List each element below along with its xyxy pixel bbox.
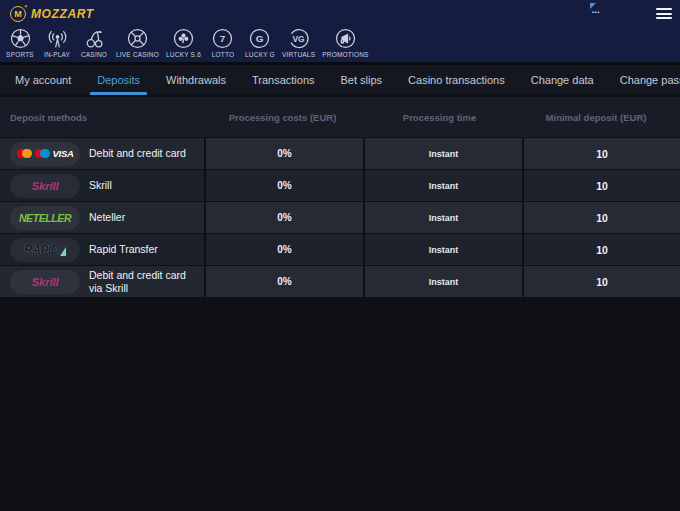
col-processing-costs: Processing costs (EUR) bbox=[204, 112, 361, 123]
table-row: Skrill Skrill 0% Instant 10 bbox=[0, 170, 680, 201]
table-row: Skrill Debit and credit card via Skrill … bbox=[0, 266, 680, 297]
neteller-badge: NETELLER bbox=[10, 206, 80, 230]
mozzart-logo-icon: M bbox=[10, 6, 26, 22]
minimal-deposit-cell: 10 bbox=[524, 234, 680, 265]
deposit-method-cell: NETELLER Neteller bbox=[0, 202, 204, 233]
mastercard-icon bbox=[17, 149, 32, 159]
nav-label: LOTTO bbox=[212, 51, 235, 58]
nav-label: PROMOTIONS bbox=[322, 51, 368, 58]
neteller-logo: NETELLER bbox=[19, 212, 71, 224]
lucky-g-text: G bbox=[256, 33, 264, 44]
deposit-method-cell: Skrill Debit and credit card via Skrill bbox=[0, 266, 204, 297]
deposit-method-label: Debit and credit card bbox=[89, 147, 186, 159]
rapid-triangle-icon bbox=[60, 247, 66, 256]
deposit-method-cell: Skrill Skrill bbox=[0, 170, 204, 201]
skrill-logo: Skrill bbox=[32, 276, 59, 288]
nav-item-in-play[interactable]: IN-PLAY bbox=[42, 27, 72, 58]
nav-label: LIVE CASINO bbox=[116, 51, 159, 58]
hamburger-menu-icon[interactable] bbox=[656, 8, 672, 19]
app: M MOZZART ••• SPOR bbox=[0, 0, 680, 511]
processing-cost-cell: 0% bbox=[206, 234, 363, 265]
top-actions: ••• bbox=[589, 6, 672, 21]
nav-label: IN-PLAY bbox=[44, 51, 70, 58]
account-tabs: My account Deposits Withdrawals Transact… bbox=[0, 62, 680, 95]
content: Deposit methods Processing costs (EUR) P… bbox=[0, 95, 680, 511]
deposit-method-label: Debit and credit card via Skrill bbox=[89, 269, 197, 293]
rapid-logo: RAPID bbox=[24, 243, 66, 257]
tab-casino-transactions[interactable]: Casino transactions bbox=[395, 65, 518, 95]
table-row: VISA Debit and credit card 0% Instant 10 bbox=[0, 138, 680, 169]
nav-label: SPORTS bbox=[6, 51, 34, 58]
deposit-method-cell: VISA Debit and credit card bbox=[0, 138, 204, 169]
nav-label: CASINO bbox=[81, 51, 107, 58]
virtuals-vg-text: VG bbox=[293, 34, 305, 44]
minimal-deposit-cell: 10 bbox=[524, 202, 680, 233]
lucky-g-icon: G bbox=[248, 27, 271, 50]
maestro-icon bbox=[35, 149, 50, 159]
col-deposit-methods: Deposit methods bbox=[0, 112, 204, 123]
nav-item-sports[interactable]: SPORTS bbox=[5, 27, 35, 58]
tab-bet-slips[interactable]: Bet slips bbox=[328, 65, 396, 95]
table-row: NETELLER Neteller 0% Instant 10 bbox=[0, 202, 680, 233]
lotto-7-icon: 7 bbox=[211, 27, 234, 50]
megaphone-icon bbox=[334, 27, 357, 50]
col-processing-time: Processing time bbox=[361, 112, 518, 123]
nav-item-lotto[interactable]: 7 LOTTO bbox=[208, 27, 238, 58]
nav-label: LUCKY S.6 bbox=[166, 51, 201, 58]
nav-label: LUCKY G bbox=[245, 51, 275, 58]
nav-item-virtuals[interactable]: VG PROMOTIONS VIRTUALS bbox=[282, 27, 315, 58]
nav-item-casino[interactable]: CASINO bbox=[79, 27, 109, 58]
skrill-logo: Skrill bbox=[32, 180, 59, 192]
table-header: Deposit methods Processing costs (EUR) P… bbox=[0, 97, 680, 137]
processing-time-cell: Instant bbox=[365, 202, 522, 233]
virtuals-vg-icon: VG bbox=[287, 27, 310, 50]
soccer-ball-icon bbox=[9, 27, 32, 50]
brand-name: MOZZART bbox=[31, 7, 94, 21]
clover-icon bbox=[172, 27, 195, 50]
tab-change-password[interactable]: Change password bbox=[607, 65, 680, 95]
deposits-table: Deposit methods Processing costs (EUR) P… bbox=[0, 97, 680, 297]
nav-item-promotions[interactable]: PROMOTIONS bbox=[322, 27, 368, 58]
rapid-transfer-badge: RAPID bbox=[10, 238, 80, 262]
nav-label: VIRTUALS bbox=[282, 51, 315, 58]
processing-cost-cell: 0% bbox=[206, 138, 363, 169]
roulette-wheel-icon bbox=[126, 27, 149, 50]
processing-time-cell: Instant bbox=[365, 266, 522, 297]
deposit-method-label: Rapid Transfer bbox=[89, 243, 158, 255]
primary-nav: SPORTS IN-PLAY bbox=[0, 27, 680, 62]
chat-dots: ••• bbox=[592, 10, 600, 14]
brand-logo[interactable]: M MOZZART bbox=[10, 6, 94, 22]
chat-icon[interactable]: ••• bbox=[589, 6, 604, 21]
nav-item-lucky-s6[interactable]: LUCKY S.6 bbox=[166, 27, 201, 58]
card-brands-badge: VISA bbox=[10, 142, 80, 166]
processing-cost-cell: 0% bbox=[206, 266, 363, 297]
brand-row: M MOZZART ••• bbox=[0, 0, 680, 27]
skrill-badge: Skrill bbox=[10, 270, 80, 294]
tab-change-data[interactable]: Change data bbox=[518, 65, 607, 95]
processing-time-cell: Instant bbox=[365, 138, 522, 169]
minimal-deposit-cell: 10 bbox=[524, 170, 680, 201]
deposit-method-label: Skrill bbox=[89, 179, 112, 191]
nav-item-lucky-g[interactable]: G LUCKY G bbox=[245, 27, 275, 58]
skrill-badge: Skrill bbox=[10, 174, 80, 198]
tab-withdrawals[interactable]: Withdrawals bbox=[153, 65, 239, 95]
processing-cost-cell: 0% bbox=[206, 170, 363, 201]
cherries-icon bbox=[83, 27, 106, 50]
minimal-deposit-cell: 10 bbox=[524, 266, 680, 297]
deposit-method-label: Neteller bbox=[89, 211, 125, 223]
processing-time-cell: Instant bbox=[365, 234, 522, 265]
processing-cost-cell: 0% bbox=[206, 202, 363, 233]
broadcast-icon bbox=[46, 27, 69, 50]
processing-time-cell: Instant bbox=[365, 170, 522, 201]
col-minimal-deposit: Minimal deposit (EUR) bbox=[518, 112, 674, 123]
top-header: M MOZZART ••• SPOR bbox=[0, 0, 680, 62]
visa-logo: VISA bbox=[53, 148, 74, 159]
tab-deposits[interactable]: Deposits bbox=[84, 65, 153, 95]
table-row: RAPID Rapid Transfer 0% Instant 10 bbox=[0, 234, 680, 265]
tab-my-account[interactable]: My account bbox=[2, 65, 84, 95]
deposit-method-cell: RAPID Rapid Transfer bbox=[0, 234, 204, 265]
lotto-7-text: 7 bbox=[220, 33, 226, 44]
tab-transactions[interactable]: Transactions bbox=[239, 65, 328, 95]
minimal-deposit-cell: 10 bbox=[524, 138, 680, 169]
nav-item-live-casino[interactable]: LIVE CASINO bbox=[116, 27, 159, 58]
